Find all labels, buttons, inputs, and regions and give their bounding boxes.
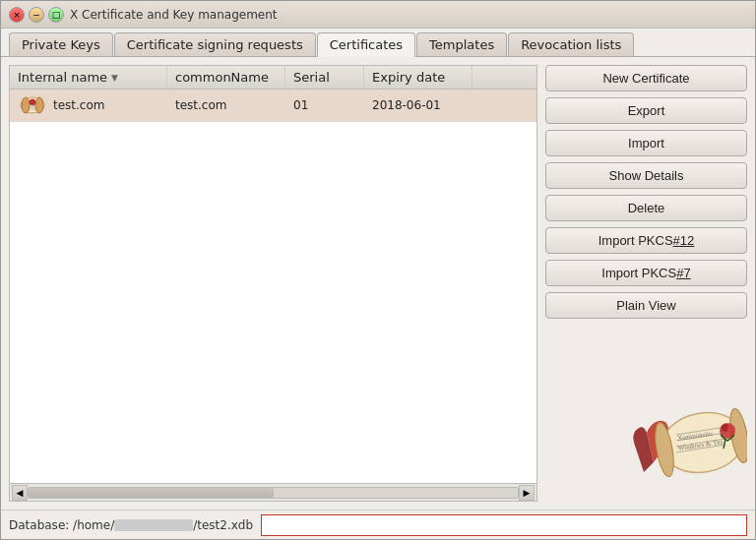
svg-point-3 — [30, 99, 35, 105]
cell-serial: 01 — [285, 96, 364, 114]
col-header-expiry[interactable]: Expiry date — [364, 66, 472, 89]
new-certificate-button[interactable]: New Certificate — [545, 65, 747, 91]
cell-expiry: 2018-06-01 — [364, 96, 472, 114]
export-button[interactable]: Export — [545, 97, 747, 124]
scrollbar-thumb[interactable] — [29, 488, 274, 498]
certificate-table: Internal name ▼ commonName Serial Expiry… — [9, 65, 537, 502]
import-button[interactable]: Import — [545, 130, 747, 156]
tab-bar: Private Keys Certificate signing request… — [1, 29, 755, 57]
plain-view-button[interactable]: Plain View — [545, 292, 747, 319]
tab-revocation[interactable]: Revocation lists — [508, 32, 634, 56]
database-label: Database: /home//test2.xdb — [9, 518, 253, 532]
svg-point-2 — [35, 97, 43, 113]
maximize-button[interactable]: □ — [48, 7, 64, 23]
window-controls: × − □ — [9, 7, 64, 23]
col-header-serial[interactable]: Serial — [285, 66, 364, 89]
main-window: × − □ X Certificate and Key management P… — [0, 0, 756, 540]
import-pkcs7-button[interactable]: Import PKCS#7 — [545, 260, 747, 286]
col-header-internal-name[interactable]: Internal name ▼ — [10, 66, 167, 89]
close-button[interactable]: × — [9, 7, 25, 23]
table-body: test.com test.com 01 2018-06-01 — [10, 90, 536, 483]
show-details-button[interactable]: Show Details — [545, 162, 747, 189]
table-header: Internal name ▼ commonName Serial Expiry… — [10, 66, 536, 90]
col-header-common-name[interactable]: commonName — [167, 66, 285, 89]
svg-point-1 — [22, 97, 30, 113]
import-pkcs12-button[interactable]: Import PKCS#12 — [545, 227, 747, 254]
scroll-right-button[interactable]: ▶ — [519, 485, 535, 501]
sort-arrow-icon: ▼ — [111, 73, 118, 83]
horizontal-scrollbar[interactable]: ◀ ▶ — [10, 483, 536, 501]
tab-templates[interactable]: Templates — [416, 32, 507, 56]
status-input[interactable] — [261, 514, 747, 536]
cell-common-name: test.com — [167, 96, 285, 114]
table-row[interactable]: test.com test.com 01 2018-06-01 — [10, 90, 536, 122]
svg-point-18 — [727, 426, 734, 433]
scrollbar-track[interactable] — [28, 487, 519, 499]
status-bar: Database: /home//test2.xdb — [1, 510, 755, 539]
logo-area: Xsministeito Windows & Tits — [545, 325, 747, 502]
right-panel: New Certificate Export Import Show Detai… — [545, 65, 747, 502]
scroll-left-button[interactable]: ◀ — [12, 485, 28, 501]
main-content: Internal name ▼ commonName Serial Expiry… — [1, 57, 755, 510]
app-logo: Xsministeito Windows & Tits — [590, 384, 747, 502]
tab-certificates[interactable]: Certificates — [317, 32, 415, 57]
path-blurred — [114, 519, 193, 531]
minimize-button[interactable]: − — [29, 7, 44, 23]
tab-private-keys[interactable]: Private Keys — [9, 32, 113, 56]
tab-csr[interactable]: Certificate signing requests — [114, 32, 316, 56]
titlebar: × − □ X Certificate and Key management — [1, 1, 755, 29]
delete-button[interactable]: Delete — [545, 195, 747, 221]
window-title: X Certificate and Key management — [70, 8, 278, 22]
certificate-icon — [18, 94, 47, 116]
cell-internal-name: test.com — [10, 92, 167, 118]
